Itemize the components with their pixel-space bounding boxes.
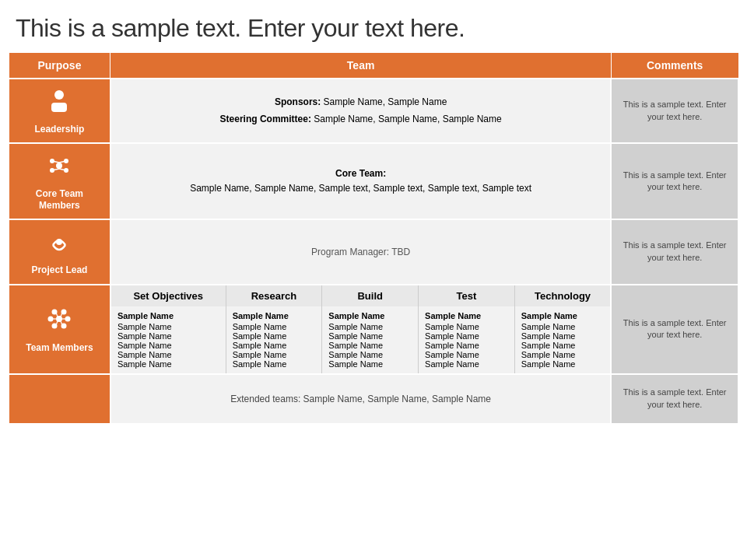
core-team-names: Sample Name, Sample Name, Sample text, S… [124, 181, 598, 196]
core-team-heading-label: Core Team: [335, 168, 386, 179]
core-team-label: Core Team Members [14, 188, 105, 211]
leadership-label: Leadership [14, 124, 105, 135]
sub-col-header-2: Build [322, 285, 419, 306]
sub-header-row: Set Objectives Research Build Test Techn… [111, 285, 611, 306]
core-team-icon [14, 152, 105, 185]
core-team-cell: Core Team: Sample Name, Sample Name, Sam… [110, 143, 612, 219]
extended-text: Extended teams: Sample Name, Sample Name… [124, 383, 598, 415]
sub-col-names-1: Sample Name Sample Name Sample Name Samp… [226, 306, 322, 373]
steering-label: Steering Committee: [220, 114, 311, 124]
program-manager-text: Program Manager: TBD [124, 247, 598, 257]
leadership-icon [14, 87, 105, 121]
project-lead-purpose: Project Lead [9, 219, 110, 284]
project-lead-row: Project Lead Program Manager: TBD This i… [9, 219, 738, 284]
leadership-team-cell: Sponsors: Sample Name, Sample Name Steer… [110, 79, 612, 143]
sub-col-names-3: Sample Name Sample Name Sample Name Samp… [419, 306, 515, 373]
team-members-row: Team Members Set Objectives Research Bui… [9, 285, 738, 374]
svg-point-14 [65, 317, 71, 322]
sponsors-line: Sponsors: Sample Name, Sample Name [124, 94, 598, 111]
team-members-comment: This is a sample text. Enter your text h… [611, 285, 738, 374]
sub-col-header-4: Technology [514, 285, 610, 306]
svg-rect-1 [51, 103, 67, 112]
extended-row: Extended teams: Sample Name, Sample Name… [9, 374, 738, 424]
svg-point-12 [56, 316, 62, 322]
leadership-row: Leadership Sponsors: Sample Name, Sample… [9, 79, 738, 143]
core-team-purpose: Core Team Members [9, 143, 110, 219]
project-lead-label: Project Lead [14, 264, 105, 275]
header-comments: Comments [611, 53, 738, 79]
svg-point-2 [56, 163, 62, 169]
team-sub-table: Set Objectives Research Build Test Techn… [111, 285, 611, 373]
project-lead-comment: This is a sample text. Enter your text h… [611, 219, 738, 284]
page-title: This is a sample text. Enter your text h… [0, 0, 747, 52]
sub-col-header-1: Research [226, 285, 322, 306]
leadership-comment: This is a sample text. Enter your text h… [611, 79, 738, 143]
sponsors-names: Sample Name, Sample Name [324, 96, 447, 107]
team-members-icon [14, 304, 105, 339]
header-team: Team [110, 53, 612, 79]
main-table: Purpose Team Comments Leadership Sponsor [8, 52, 739, 425]
sponsors-label: Sponsors: [275, 96, 321, 107]
sub-col-names-0: Sample Name Sample Name Sample Name Samp… [111, 306, 226, 373]
team-members-label: Team Members [14, 342, 105, 353]
table-header: Purpose Team Comments [9, 53, 738, 79]
project-lead-team-cell: Program Manager: TBD [110, 219, 612, 284]
sub-names-row: Sample Name Sample Name Sample Name Samp… [111, 306, 611, 373]
leadership-team-content: Sponsors: Sample Name, Sample Name Steer… [124, 94, 598, 128]
sub-col-names-4: Sample Name Sample Name Sample Name Samp… [514, 306, 610, 373]
steering-names: Sample Name, Sample Name, Sample Name [314, 114, 501, 124]
extended-team-cell: Extended teams: Sample Name, Sample Name… [110, 374, 612, 424]
sub-col-header-0: Set Objectives [111, 285, 226, 306]
extended-purpose [9, 374, 110, 424]
sub-col-names-2: Sample Name Sample Name Sample Name Samp… [322, 306, 419, 373]
leadership-purpose: Leadership [9, 79, 110, 143]
steering-line: Steering Committee: Sample Name, Sample … [124, 111, 598, 128]
header-purpose: Purpose [9, 53, 110, 79]
core-team-content: Core Team: Sample Name, Sample Name, Sam… [124, 166, 598, 196]
svg-point-13 [48, 317, 54, 322]
sub-col-header-3: Test [419, 285, 515, 306]
core-team-heading: Core Team: [124, 166, 598, 181]
core-team-row: Core Team Members Core Team: Sample Name… [9, 143, 738, 219]
svg-point-11 [56, 239, 62, 245]
team-members-cell: Set Objectives Research Build Test Techn… [110, 285, 612, 374]
extended-comment: This is a sample text. Enter your text h… [611, 374, 738, 424]
project-lead-icon [14, 228, 105, 261]
team-members-purpose: Team Members [9, 285, 110, 374]
svg-point-0 [54, 90, 64, 100]
core-team-comment: This is a sample text. Enter your text h… [611, 143, 738, 219]
